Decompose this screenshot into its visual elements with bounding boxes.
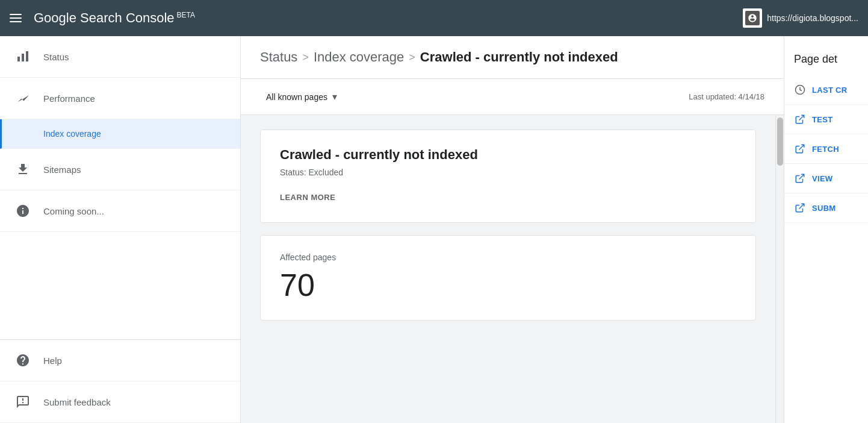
- right-panel-view-label: VIEW: [812, 174, 832, 183]
- upload-icon: [14, 161, 31, 178]
- right-panel-last-crawl[interactable]: Last cr: [784, 75, 868, 105]
- cards-container: Crawled - currently not indexed Status: …: [241, 115, 784, 335]
- menu-button[interactable]: [10, 14, 24, 22]
- site-url[interactable]: https://digiota.blogspot...: [767, 13, 858, 23]
- sidebar-help-label: Help: [43, 356, 62, 366]
- external-link-icon-submit: [794, 202, 806, 214]
- clock-icon: [794, 84, 806, 96]
- right-panel-test[interactable]: TEST: [784, 105, 868, 134]
- affected-pages-count: 70: [280, 267, 736, 303]
- svg-line-6: [799, 174, 804, 179]
- chevron-down-icon: ▾: [332, 91, 337, 102]
- sidebar: Status Performance Index coverage Sitema…: [0, 36, 241, 423]
- svg-line-5: [799, 145, 804, 149]
- external-link-icon-fetch: [794, 143, 806, 155]
- sidebar-item-submit-feedback[interactable]: Submit feedback: [0, 381, 240, 423]
- sidebar-index-coverage-label: Index coverage: [43, 129, 101, 139]
- sidebar-performance-label: Performance: [43, 93, 95, 104]
- site-icon[interactable]: [743, 8, 762, 28]
- bar-chart-icon: [14, 48, 31, 65]
- main-layout: Status Performance Index coverage Sitema…: [0, 36, 868, 423]
- topbar-right: https://digiota.blogspot...: [743, 8, 858, 28]
- sidebar-item-status[interactable]: Status: [0, 36, 240, 78]
- detail-card-status: Status: Excluded: [280, 168, 736, 177]
- filter-dropdown-label: All known pages: [266, 92, 327, 102]
- breadcrumb: Status > Index coverage > Crawled - curr…: [241, 36, 784, 79]
- last-updated-text: Last updated: 4/14/18: [689, 92, 764, 101]
- sidebar-status-label: Status: [43, 52, 69, 62]
- beta-badge: BETA: [177, 11, 195, 19]
- external-link-icon-test: [794, 113, 806, 125]
- right-panel-fetch[interactable]: FETCH: [784, 134, 868, 164]
- right-panel-view[interactable]: VIEW: [784, 164, 868, 193]
- sidebar-item-index-coverage[interactable]: Index coverage: [0, 119, 240, 149]
- sidebar-item-coming-soon[interactable]: Coming soon...: [0, 190, 240, 232]
- breadcrumb-sep-1: >: [302, 51, 309, 64]
- breadcrumb-sep-2: >: [409, 51, 415, 64]
- affected-pages-card: Affected pages 70: [260, 235, 756, 321]
- sidebar-bottom: Help Submit feedback: [0, 339, 240, 423]
- filter-bar: All known pages ▾ Last updated: 4/14/18: [241, 79, 784, 115]
- sidebar-coming-soon-label: Coming soon...: [43, 206, 104, 216]
- sidebar-item-help[interactable]: Help: [0, 340, 240, 381]
- sidebar-item-sitemaps[interactable]: Sitemaps: [0, 149, 240, 190]
- main-content: Status > Index coverage > Crawled - curr…: [241, 36, 784, 423]
- right-panel-last-crawl-label: Last cr: [812, 86, 847, 95]
- performance-icon: [14, 90, 31, 107]
- svg-line-4: [799, 115, 804, 120]
- app-logo: Google Search ConsoleBETA: [34, 10, 195, 26]
- breadcrumb-current: Crawled - currently not indexed: [420, 49, 618, 65]
- learn-more-button[interactable]: LEARN MORE: [280, 189, 335, 205]
- right-panel: Page det Last cr TEST: [784, 36, 868, 423]
- sidebar-sitemaps-label: Sitemaps: [43, 164, 81, 175]
- help-icon: [14, 352, 31, 369]
- topbar: Google Search ConsoleBETA https://digiot…: [0, 0, 868, 36]
- svg-rect-2: [26, 51, 28, 61]
- svg-line-7: [799, 204, 804, 208]
- breadcrumb-status[interactable]: Status: [260, 49, 297, 65]
- affected-pages-label: Affected pages: [280, 252, 736, 262]
- right-panel-submit-label: SUBM: [812, 204, 835, 213]
- external-link-icon-view: [794, 172, 806, 184]
- sidebar-submit-feedback-label: Submit feedback: [43, 397, 111, 407]
- svg-rect-0: [17, 57, 20, 61]
- content-area: Crawled - currently not indexed Status: …: [241, 115, 784, 423]
- right-panel-test-label: TEST: [812, 115, 832, 124]
- breadcrumb-index-coverage[interactable]: Index coverage: [314, 49, 404, 65]
- feedback-icon: [14, 393, 31, 410]
- detail-card-title: Crawled - currently not indexed: [280, 147, 736, 163]
- app-name: Google Search ConsoleBETA: [34, 10, 195, 26]
- info-icon: [14, 202, 31, 219]
- right-panel-title: Page det: [784, 48, 868, 75]
- filter-dropdown[interactable]: All known pages ▾: [260, 87, 343, 106]
- sidebar-item-performance[interactable]: Performance: [0, 78, 240, 119]
- right-panel-fetch-label: FETCH: [812, 145, 839, 154]
- scrollbar[interactable]: [775, 115, 784, 423]
- site-avatar-icon: [748, 13, 757, 23]
- right-panel-submit[interactable]: SUBM: [784, 193, 868, 223]
- scrollbar-thumb: [777, 118, 783, 166]
- svg-rect-1: [22, 54, 24, 61]
- detail-card: Crawled - currently not indexed Status: …: [260, 130, 756, 223]
